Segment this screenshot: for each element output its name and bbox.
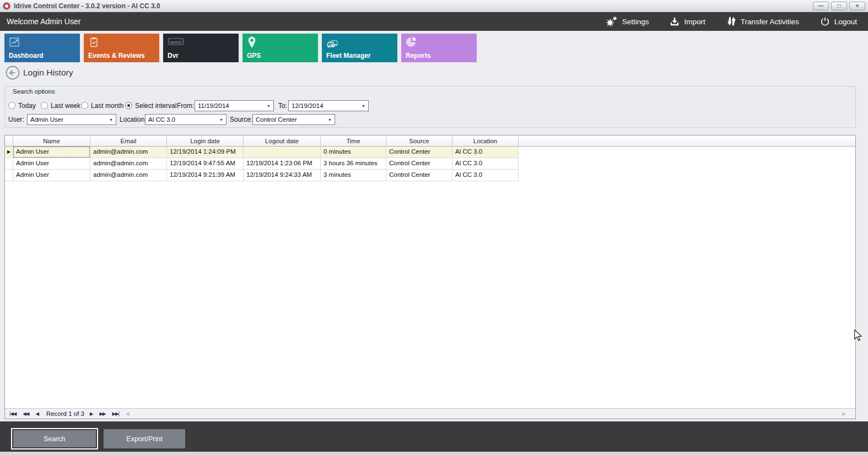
from-label: From: <box>177 102 194 110</box>
chevron-down-icon: ▼ <box>362 104 365 108</box>
title-bar: Idrive Control Center - 3.0.2 version - … <box>0 0 868 12</box>
cell-name[interactable]: Admin User <box>13 170 90 181</box>
radio-today[interactable] <box>8 102 15 109</box>
hscroll-right-button[interactable]: ▶ <box>842 411 845 416</box>
search-button[interactable]: Search <box>11 428 98 449</box>
merge-device-icon: MERGE <box>168 36 184 50</box>
tile-gps[interactable]: GPS <box>242 34 318 62</box>
row-indicator-cell <box>5 158 13 170</box>
transfer-activities-button[interactable]: Transfer Activities <box>726 17 799 27</box>
radio-select-interval[interactable] <box>125 102 132 109</box>
cell-login-date[interactable]: 12/19/2014 1:24:09 PM <box>167 147 244 158</box>
tile-fleet-manager-label: Fleet Manager <box>326 52 371 59</box>
row-filler <box>519 147 855 158</box>
to-date-picker[interactable]: 12/19/2014 ▼ <box>288 100 369 111</box>
export-print-button[interactable]: Export/Print <box>104 429 185 448</box>
cell-source[interactable]: Control Center <box>386 147 452 158</box>
user-dropdown[interactable]: Admin User ▼ <box>27 114 116 125</box>
window-title: Idrive Control Center - 3.0.2 version - … <box>14 2 160 10</box>
chevron-down-icon: ▼ <box>109 118 113 122</box>
from-date-picker[interactable]: 11/19/2014 ▼ <box>195 100 274 111</box>
cell-source[interactable]: Control Center <box>386 158 452 170</box>
radio-last-month-label: Last month <box>91 102 123 110</box>
svg-text:MERGE: MERGE <box>170 41 182 44</box>
window-controls: — □ × <box>813 2 865 10</box>
column-header-email[interactable]: Email <box>90 136 167 147</box>
cell-time[interactable]: 3 minutes <box>321 170 386 181</box>
app-window: Idrive Control Center - 3.0.2 version - … <box>0 0 868 455</box>
cell-name[interactable]: Admin User <box>13 158 90 170</box>
cell-logout-date[interactable] <box>244 147 321 158</box>
table-row[interactable]: Admin User admin@admin.com 12/19/2014 9:… <box>5 170 855 181</box>
location-label: Location: <box>120 116 147 123</box>
table-row[interactable]: Admin User admin@admin.com 12/19/2014 9:… <box>5 158 855 170</box>
source-dropdown[interactable]: Control Center ▼ <box>252 114 335 125</box>
maximize-button[interactable]: □ <box>831 2 847 10</box>
cell-name[interactable]: Admin User <box>13 147 90 158</box>
cell-email[interactable]: admin@admin.com <box>90 158 167 170</box>
cell-login-date[interactable]: 12/19/2014 9:21:39 AM <box>167 170 244 181</box>
tile-fleet-manager[interactable]: Fleet Manager <box>322 34 397 62</box>
tile-dvr[interactable]: MERGE Dvr <box>163 34 239 62</box>
footer-bar: Search Export/Print <box>0 421 868 452</box>
settings-button[interactable]: Settings <box>606 17 649 27</box>
settings-label: Settings <box>622 18 649 26</box>
back-button[interactable] <box>6 66 20 80</box>
cell-email[interactable]: admin@admin.com <box>90 170 167 181</box>
export-print-label: Export/Print <box>126 435 162 443</box>
column-header-location[interactable]: Location <box>452 136 519 147</box>
page-title: Login History <box>23 68 73 78</box>
tile-reports[interactable]: Reports <box>401 34 477 62</box>
cell-location[interactable]: Al CC 3.0 <box>452 170 519 181</box>
logout-button[interactable]: Logout <box>820 17 857 26</box>
search-options-panel: Search options Today Last week Last mont… <box>4 86 856 128</box>
search-options-title: Search options <box>13 88 55 95</box>
column-header-source[interactable]: Source <box>386 136 452 147</box>
from-date-value: 11/19/2014 <box>198 102 229 109</box>
nav-last-button[interactable]: ▶▶| <box>112 411 119 416</box>
clipboard-check-icon <box>88 36 99 50</box>
minimize-button[interactable]: — <box>813 2 829 10</box>
import-button[interactable]: Import <box>670 17 705 26</box>
nav-first-button[interactable]: |◀◀ <box>9 411 16 416</box>
tile-gps-label: GPS <box>247 52 261 59</box>
column-header-logout-date[interactable]: Logout date <box>244 136 321 147</box>
chevron-down-icon: ▼ <box>328 118 332 122</box>
tile-events-reviews[interactable]: Events & Reviews <box>84 34 159 62</box>
user-value: Admin User <box>30 116 63 123</box>
cell-logout-date[interactable]: 12/19/2014 1:23:06 PM <box>244 158 321 170</box>
radio-last-month[interactable] <box>81 102 88 109</box>
close-button[interactable]: × <box>849 2 865 10</box>
window-bottom-edge <box>0 452 868 455</box>
cell-source[interactable]: Control Center <box>386 170 452 181</box>
transfer-activities-label: Transfer Activities <box>741 18 799 26</box>
cell-email[interactable]: admin@admin.com <box>90 147 167 158</box>
column-header-name[interactable]: Name <box>13 136 90 147</box>
cell-time[interactable]: 0 minutes <box>321 147 386 158</box>
row-indicator-cell <box>5 170 13 181</box>
tile-dashboard-label: Dashboard <box>9 52 44 59</box>
cell-location[interactable]: Al CC 3.0 <box>452 158 519 170</box>
cell-login-date[interactable]: 12/19/2014 9:47:55 AM <box>167 158 244 170</box>
tile-dashboard[interactable]: Dashboard <box>4 34 80 62</box>
column-header-login-date[interactable]: Login date <box>167 136 244 147</box>
hscroll-left-button[interactable]: ◀ <box>126 411 129 416</box>
table-row-selected[interactable]: ▶ Admin User admin@admin.com 12/19/2014 … <box>5 147 855 158</box>
nav-prev-page-button[interactable]: ◀◀ <box>23 411 29 416</box>
search-button-label: Search <box>13 430 96 447</box>
location-dropdown[interactable]: Al CC 3.0 ▼ <box>145 114 227 125</box>
tile-events-reviews-label: Events & Reviews <box>88 52 145 59</box>
nav-tiles: Dashboard Events & Reviews MERGE Dvr <box>4 34 477 62</box>
welcome-text: Welcome Admin User <box>0 17 80 26</box>
nav-next-button[interactable]: ▶ <box>90 411 93 416</box>
radio-last-week[interactable] <box>41 102 48 109</box>
row-indicator-cell: ▶ <box>5 147 13 158</box>
record-counter: Record 1 of 3 <box>46 410 84 417</box>
pie-chart-icon <box>406 36 417 50</box>
cell-logout-date[interactable]: 12/19/2014 9:24:33 AM <box>244 170 321 181</box>
nav-prev-button[interactable]: ◀ <box>35 411 39 416</box>
cell-location[interactable]: Al CC 3.0 <box>452 147 519 158</box>
cell-time[interactable]: 3 hours 36 minutes <box>321 158 386 170</box>
nav-next-page-button[interactable]: ▶▶ <box>100 411 106 416</box>
column-header-time[interactable]: Time <box>321 136 386 147</box>
